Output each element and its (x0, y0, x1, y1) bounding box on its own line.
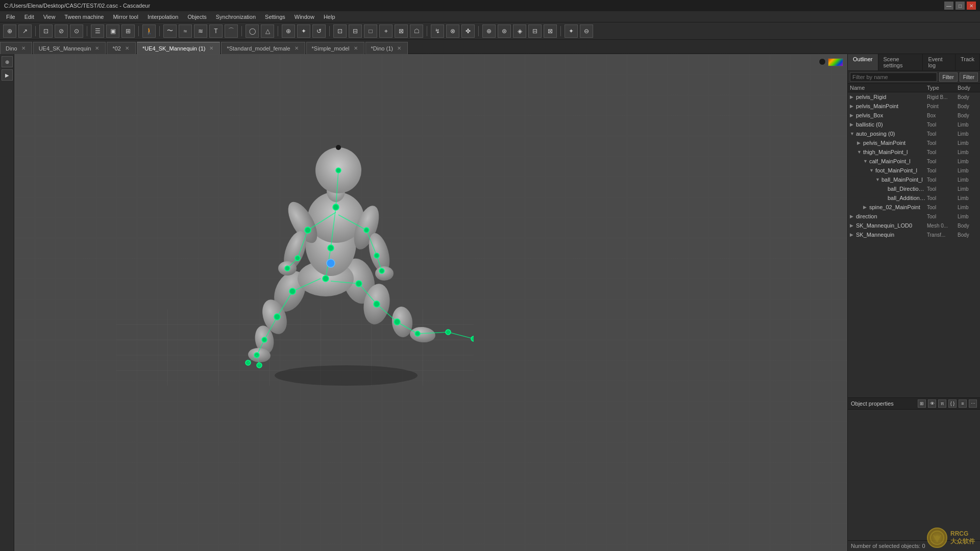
tab-track[interactable]: Track (955, 54, 980, 70)
toolbar-btn-17[interactable]: ⊡ (333, 24, 347, 38)
toolbar-btn-26[interactable]: ⊕ (482, 24, 496, 38)
toolbar-btn-24[interactable]: ⊗ (446, 24, 459, 38)
menu-settings[interactable]: Settings (261, 13, 289, 21)
prop-icon-pi[interactable]: π (938, 399, 946, 408)
tree-auto-posing[interactable]: ▼ auto_posing (0) Tool Limb (848, 129, 980, 138)
tree-sk-mannequin-lod0[interactable]: ▶ SK_Mannequin_LOD0 Mesh 0... Body (848, 221, 980, 230)
tab-dino-label: Dino (6, 45, 17, 52)
prop-icon-eye[interactable]: 👁 (928, 399, 936, 408)
left-icon-1[interactable]: ⊕ (2, 56, 13, 67)
prop-icon-list[interactable]: ≡ (959, 399, 967, 408)
toolbar-btn-27[interactable]: ⊛ (498, 24, 511, 38)
toolbar-btn-30[interactable]: ⊠ (544, 24, 557, 38)
filter-btn-2[interactable]: Filter (960, 72, 978, 82)
toolbar-btn-5[interactable]: ⊙ (70, 24, 83, 38)
tab-event-log[interactable]: Event log (923, 54, 955, 70)
tree-pelvis-mainpoint-2[interactable]: ▶ pelvis_MainPoint Tool Limb (848, 138, 980, 147)
tree-ball-additional[interactable]: ball_AdditionalPoint_l Tool Limb (848, 193, 980, 203)
toolbar-btn-29[interactable]: ⊟ (528, 24, 542, 38)
tab-ue4-sk[interactable]: UE4_SK_Mannequin ✕ (33, 42, 106, 54)
tab-02[interactable]: *02 ✕ (107, 42, 136, 54)
toolbar-btn-22[interactable]: ☖ (410, 24, 423, 38)
toolbar-btn-2[interactable]: ↗ (18, 24, 32, 38)
toolbar-btn-4[interactable]: ⊘ (55, 24, 68, 38)
tab-ue4-sk-close[interactable]: ✕ (94, 45, 100, 52)
toolbar-btn-8[interactable]: ⊞ (121, 24, 135, 38)
tree-calf-mainpoint[interactable]: ▼ calf_MainPoint_l Tool Limb (848, 157, 980, 166)
tree-ball-direction[interactable]: ball_DirectionPoint_l Tool Limb (848, 184, 980, 193)
close-button[interactable]: ✕ (967, 2, 976, 10)
prop-icon-dots[interactable]: ⋯ (969, 399, 977, 408)
tree-spine-02[interactable]: ▶ spine_02_MainPoint Tool Limb (848, 203, 980, 212)
tab-dino-1[interactable]: *Dino (1) ✕ (365, 42, 408, 54)
menu-window[interactable]: Window (290, 13, 318, 21)
toolbar-btn-10[interactable]: ≋ (194, 24, 207, 38)
filter-by-name-input[interactable] (850, 72, 937, 82)
tree-ballistic[interactable]: ▶ ballistic (0) Tool Limb (848, 120, 980, 129)
toolbar-btn-7[interactable]: ▣ (106, 24, 119, 38)
tree-sk-mannequin[interactable]: ▶ SK_Mannequin Transf... Body (848, 230, 980, 239)
toolbar-btn-3[interactable]: ⊡ (39, 24, 53, 38)
toolbar-btn-circle[interactable]: ◯ (246, 24, 259, 38)
toolbar-btn-16[interactable]: ↺ (312, 24, 326, 38)
menu-mirror[interactable]: Mirror tool (109, 13, 142, 21)
toolbar-btn-23[interactable]: ↯ (431, 24, 444, 38)
toolbar-btn-31[interactable]: ✦ (565, 24, 578, 38)
menu-objects[interactable]: Objects (183, 13, 210, 21)
toolbar-btn-11[interactable]: T (209, 24, 223, 38)
menu-synchronization[interactable]: Synchronization (212, 13, 260, 21)
prop-icon-brackets[interactable]: { } (948, 399, 957, 408)
tab-dino[interactable]: Dino ✕ (0, 42, 32, 54)
maximize-button[interactable]: □ (955, 2, 965, 10)
toolbar-btn-9[interactable]: ≈ (179, 24, 192, 38)
tab-scene-settings[interactable]: Scene settings (878, 54, 923, 70)
tree-direction[interactable]: ▶ direction Tool Limb (848, 212, 980, 221)
toolbar-btn-person[interactable]: 🚶 (142, 24, 156, 38)
toolbar-btn-28[interactable]: ◈ (513, 24, 526, 38)
tree-foot-mainpoint[interactable]: ▼ foot_MainPoint_l Tool Limb (848, 166, 980, 175)
toolbar-btn-18[interactable]: ⊟ (349, 24, 362, 38)
tree-ball-mainpoint[interactable]: ▼ ball_MainPoint_l Tool Limb (848, 175, 980, 184)
toolbar-btn-19[interactable]: □ (364, 24, 377, 38)
menu-file[interactable]: File (2, 13, 19, 21)
toolbar-btn-20[interactable]: ⌖ (379, 24, 393, 38)
svg-point-13 (409, 326, 436, 343)
toolbar-btn-25[interactable]: ✤ (461, 24, 475, 38)
separator-2 (87, 26, 87, 36)
menu-help[interactable]: Help (320, 13, 339, 21)
tab-ue4-sk-1[interactable]: *UE4_SK_Mannequin (1) ✕ (137, 42, 220, 54)
tab-dino-1-close[interactable]: ✕ (396, 45, 402, 52)
tab-simple-model[interactable]: *Simple_model ✕ (306, 42, 364, 54)
tree-pelvis-box[interactable]: ▶ pelvis_Box Box Body (848, 111, 980, 120)
menu-edit[interactable]: Edit (20, 13, 38, 21)
tab-dino-close[interactable]: ✕ (20, 45, 27, 52)
tree-pelvis-mainpoint[interactable]: ▶ pelvis_MainPoint Point Body (848, 102, 980, 111)
toolbar-btn-32[interactable]: ⊖ (580, 24, 593, 38)
tab-standard-female[interactable]: *Standard_model_female ✕ (221, 42, 305, 54)
minimize-button[interactable]: — (944, 2, 953, 10)
toolbar-btn-6[interactable]: ☰ (91, 24, 104, 38)
toolbar-btn-13[interactable]: △ (261, 24, 274, 38)
toolbar-btn-21[interactable]: ⊠ (395, 24, 408, 38)
tab-ue4-sk-1-close[interactable]: ✕ (208, 45, 214, 52)
toolbar-btn-1[interactable]: ⊕ (3, 24, 16, 38)
viewport[interactable] (14, 54, 847, 551)
main-toolbar: ⊕ ↗ ⊡ ⊘ ⊙ ☰ ▣ ⊞ 🚶 〜 ≈ ≋ T ⌒ ◯ △ ⊕ ✦ ↺ ⊡ … (0, 22, 980, 40)
menu-interpolation[interactable]: Interpolation (143, 13, 183, 21)
toolbar-btn-15[interactable]: ✦ (297, 24, 310, 38)
prop-icon-grid[interactable]: ⊞ (918, 399, 926, 408)
tree-pelvis-rigid[interactable]: ▶ pelvis_Rigid Rigid B... Body (848, 92, 980, 102)
left-icon-2[interactable]: ▶ (2, 69, 13, 81)
menu-tween[interactable]: Tween machine (60, 13, 108, 21)
toolbar-btn-14[interactable]: ⊕ (282, 24, 295, 38)
toolbar-btn-12[interactable]: ⌒ (225, 24, 238, 38)
window-controls: — □ ✕ (944, 2, 976, 10)
filter-button[interactable]: Filter (939, 72, 958, 82)
toolbar-btn-curve[interactable]: 〜 (163, 24, 177, 38)
tab-standard-female-close[interactable]: ✕ (293, 45, 300, 52)
tab-simple-model-close[interactable]: ✕ (353, 45, 359, 52)
menu-view[interactable]: View (39, 13, 60, 21)
tab-outliner[interactable]: Outliner (848, 54, 878, 70)
tab-02-close[interactable]: ✕ (124, 45, 130, 52)
tree-thigh-mainpoint[interactable]: ▼ thigh_MainPoint_l Tool Limb (848, 147, 980, 157)
